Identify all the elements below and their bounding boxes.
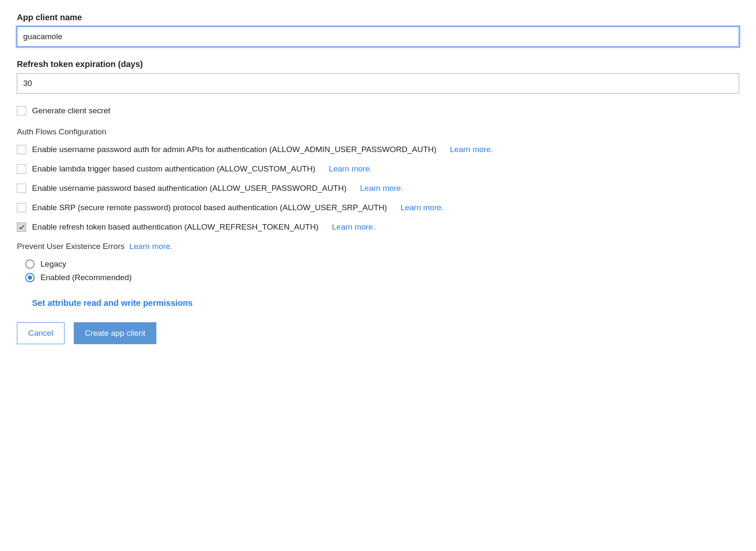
auth-flow-learn-more-link[interactable]: Learn more. [450,145,493,154]
cancel-button[interactable]: Cancel [17,322,64,344]
refresh-token-expiration-group: Refresh token expiration (days) [17,59,739,94]
auth-flow-row: Enable username password auth for admin … [17,145,739,154]
prevent-user-existence-option: Legacy [25,259,739,269]
button-row: Cancel Create app client [17,322,739,344]
auth-flow-label: Enable lambda trigger based custom authe… [32,164,315,174]
auth-flow-learn-more-link[interactable]: Learn more. [400,203,443,212]
generate-client-secret-row: Generate client secret [17,106,739,115]
auth-flow-checkbox[interactable] [17,184,26,193]
prevent-user-existence-label: Prevent User Existence Errors [17,242,125,251]
auth-flow-checkbox[interactable] [17,222,26,232]
auth-flow-learn-more-link[interactable]: Learn more. [332,222,375,232]
create-app-client-button[interactable]: Create app client [74,322,156,344]
radio-button[interactable] [25,259,35,269]
app-client-name-input[interactable] [17,27,739,47]
set-attribute-permissions-link[interactable]: Set attribute read and write permissions [32,298,193,308]
app-client-name-label: App client name [17,13,739,22]
auth-flow-label: Enable username password auth for admin … [32,145,437,154]
auth-flow-row: Enable lambda trigger based custom authe… [17,164,739,174]
prevent-user-existence-option: Enabled (Recommended) [25,273,739,282]
generate-client-secret-checkbox[interactable] [17,106,26,115]
radio-label: Enabled (Recommended) [40,273,132,282]
auth-flow-row: Enable username password based authentic… [17,184,739,193]
auth-flow-checkbox[interactable] [17,164,26,174]
radio-button[interactable] [25,273,35,282]
refresh-token-expiration-input[interactable] [17,73,739,94]
auth-flow-row: Enable refresh token based authenticatio… [17,222,739,232]
auth-flow-checkbox[interactable] [17,145,26,154]
auth-flow-learn-more-link[interactable]: Learn more. [329,164,372,174]
auth-flows-title: Auth Flows Configuration [17,127,739,136]
auth-flow-row: Enable SRP (secure remote password) prot… [17,203,739,212]
auth-flow-label: Enable username password based authentic… [32,184,346,193]
app-client-name-group: App client name [17,13,739,47]
prevent-user-existence-title: Prevent User Existence Errors Learn more… [17,242,739,251]
check-icon [19,224,25,230]
auth-flow-checkbox[interactable] [17,203,26,212]
auth-flow-learn-more-link[interactable]: Learn more. [360,184,403,193]
auth-flow-label: Enable SRP (secure remote password) prot… [32,203,387,212]
prevent-user-existence-learn-more-link[interactable]: Learn more. [129,242,172,251]
radio-dot-icon [28,276,32,280]
auth-flow-label: Enable refresh token based authenticatio… [32,222,319,232]
radio-label: Legacy [40,259,66,269]
refresh-token-expiration-label: Refresh token expiration (days) [17,59,739,69]
generate-client-secret-label: Generate client secret [32,106,110,115]
